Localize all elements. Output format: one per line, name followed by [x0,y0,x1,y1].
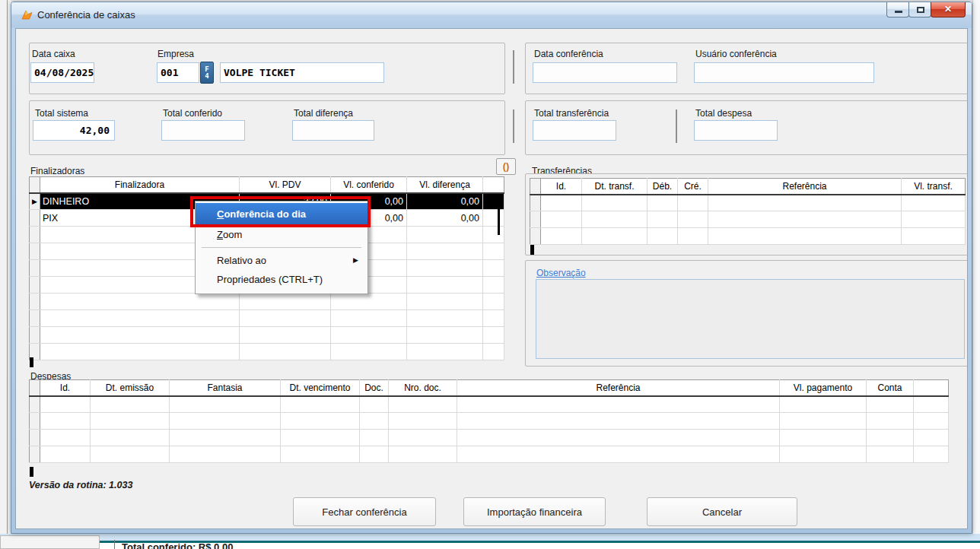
usuario-conferencia-field[interactable] [694,62,874,83]
data-conferencia-field[interactable] [533,62,677,83]
empty-row[interactable] [30,413,949,430]
cell-vl-diferenca[interactable]: 0,00 [407,193,483,210]
despesas-grid-cursor [30,467,33,477]
menu-separator [202,247,361,248]
empresa-f4-lookup-button[interactable]: F 4 [200,62,214,84]
window-title: Conferência de caixas [37,9,135,21]
despesas-header-row: Id. Dt. emissão Fantasia Dt. vencimento … [30,380,949,396]
maximize-icon [917,7,924,13]
background-window-right-sliver [972,0,980,549]
background-window-left-sliver [0,0,11,549]
conferencia-caixas-window: Conferência de caixas ✕ Data caixa 04/08… [11,2,972,534]
total-despesa-label: Total despesa [695,108,752,119]
col-vl-conferido[interactable]: Vl. conferido [331,177,407,193]
total-transferencia-label: Total transferência [534,108,609,119]
total-transferencia-field[interactable] [533,120,616,141]
col-referencia[interactable]: Referência [708,179,902,195]
minimize-button[interactable] [886,2,909,17]
refresh-button[interactable]: () [496,158,516,175]
cell-vl-diferenca[interactable]: 0,00 [407,210,483,227]
cancelar-button[interactable]: Cancelar [647,497,797,526]
empresa-name-field[interactable]: VOLPE TICKET [220,62,384,83]
totals-separator-2 [676,109,677,143]
total-sistema-field[interactable]: 42,00 [33,120,115,141]
maximize-button[interactable] [908,2,931,17]
empty-row[interactable] [30,310,504,327]
empresa-label: Empresa [158,49,194,59]
col-dt-vencimento[interactable]: Dt. vencimento [281,380,360,396]
col-doc[interactable]: Doc. [360,380,389,396]
col-dt-transf[interactable]: Dt. transf. [582,179,648,195]
col-vl-pagamento[interactable]: Vl. pagamento [780,380,867,396]
col-fantasia[interactable]: Fantasia [170,380,281,396]
transferencias-grid[interactable]: Id. Dt. transf. Déb. Cré. Referência Vl.… [530,178,966,245]
col-id[interactable]: Id. [541,179,582,195]
f4-bottom-glyph: 4 [205,72,208,80]
transferencias-header-row: Id. Dt. transf. Déb. Cré. Referência Vl.… [530,179,966,195]
col-dt-emissao[interactable]: Dt. emissão [91,380,170,396]
col-vl-transf[interactable]: Vl. transf. [902,179,966,195]
close-button[interactable]: ✕ [931,2,966,17]
total-conferido-field[interactable] [161,120,245,141]
col-referencia[interactable]: Referência [457,380,780,396]
col-vl-pdv[interactable]: Vl. PDV [240,177,331,193]
observacao-textarea[interactable] [536,279,965,359]
empty-row[interactable] [530,228,966,245]
data-caixa-label: Data caixa [32,49,75,59]
data-caixa-field[interactable]: 04/08/2025 [30,62,94,83]
empty-row[interactable] [30,430,949,446]
menu-item-zoom[interactable]: Zoom [196,225,368,244]
col-deb[interactable]: Déb. [648,179,678,195]
col-finalizadora[interactable]: Finalizadora [40,177,240,193]
col-nro-doc[interactable]: Nro. doc. [389,380,457,396]
menu-item-propriedades[interactable]: Propriedades (CTRL+T) [196,270,368,289]
empty-row[interactable] [30,294,504,310]
total-diferenca-field[interactable] [292,120,374,141]
header-separator [513,50,514,84]
empty-row[interactable] [530,211,966,228]
finalizadoras-scrollbar-thumb[interactable] [498,195,500,235]
empty-row[interactable] [30,396,949,413]
minimize-icon [895,11,902,13]
routine-version-label: Versão da rotina: 1.033 [29,480,132,490]
observacao-label[interactable]: Observação [536,268,586,278]
total-diferenca-label: Total diferença [294,108,353,119]
dialog-client-area: Data caixa 04/08/2025 Empresa 001 F 4 VO… [15,28,968,529]
total-despesa-field[interactable] [694,120,778,141]
usuario-conferencia-label: Usuário conferência [695,49,777,59]
finalizadoras-section-label: Finalizadoras [30,166,84,176]
background-window-bottom: Total conferido: R$ 0,00 [0,534,980,549]
data-conferencia-label: Data conferência [534,49,603,59]
fox-app-icon [21,8,34,22]
empty-row[interactable] [30,344,504,360]
total-sistema-label: Total sistema [35,108,88,119]
empresa-code-field[interactable]: 001 [157,62,199,83]
finalizadoras-header-row: Finalizadora Vl. PDV Vl. conferido Vl. d… [30,177,504,193]
finalizadoras-grid-cursor [30,357,33,367]
empty-row[interactable] [30,327,504,344]
empty-row[interactable] [30,446,949,463]
background-total-conferido-text: Total conferido: R$ 0,00 [122,541,233,549]
despesas-grid[interactable]: Id. Dt. emissão Fantasia Dt. vencimento … [29,379,949,463]
col-id[interactable]: Id. [40,380,91,396]
title-bar[interactable]: Conferência de caixas ✕ [11,2,972,28]
submenu-arrow-icon: ▶ [353,251,358,270]
annotation-red-box [190,196,371,227]
total-conferido-label: Total conferido [163,108,222,119]
menu-item-relativo-ao[interactable]: Relativo ao ▶ [196,251,368,270]
empty-row[interactable] [530,195,966,211]
transferencias-grid-cursor [530,245,534,255]
importacao-financeira-button[interactable]: Importação financeira [463,497,606,526]
row-indicator-icon: ▶ [30,193,40,210]
col-vl-diferenca[interactable]: Vl. diferença [407,177,483,193]
fechar-conferencia-button[interactable]: Fechar conferência [293,497,436,526]
totals-separator-1 [513,109,514,143]
col-conta[interactable]: Conta [867,380,914,396]
col-cre[interactable]: Cré. [678,179,708,195]
